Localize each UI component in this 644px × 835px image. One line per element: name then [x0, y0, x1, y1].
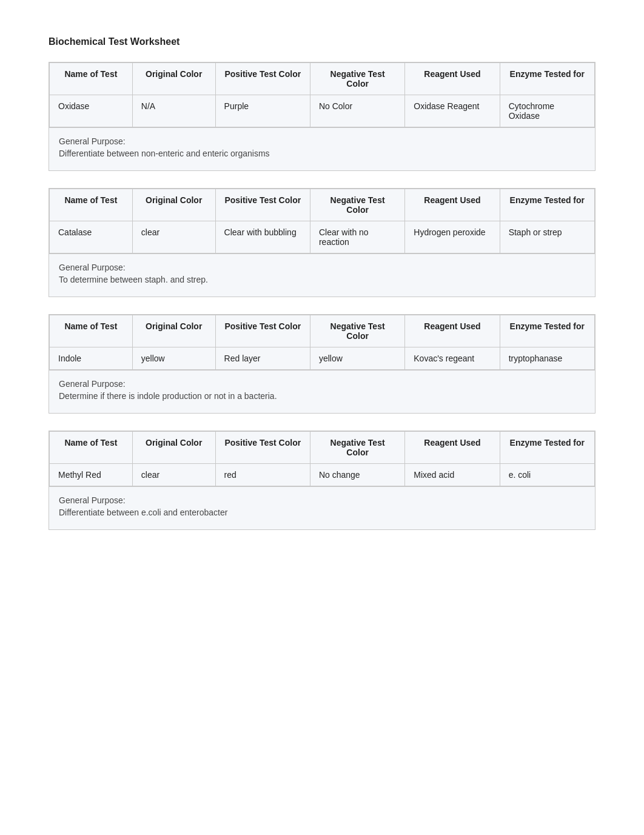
th-pos-0: Positive Test Color	[215, 63, 310, 95]
th-reag-2: Reagent Used	[405, 315, 500, 347]
general-purpose-section-1: General Purpose: To determine between st…	[49, 253, 595, 297]
td-pos-0: Purple	[215, 95, 310, 127]
th-neg-1: Negative Test Color	[310, 189, 404, 221]
td-neg-1: Clear with no reaction	[310, 221, 404, 253]
td-reag-0: Oxidase Reagent	[405, 95, 500, 127]
td-enz-3: e. coli	[500, 464, 594, 486]
test-table-0: Name of Test Original Color Positive Tes…	[49, 62, 595, 127]
th-neg-0: Negative Test Color	[310, 63, 404, 95]
td-reag-3: Mixed acid	[405, 464, 500, 486]
td-enz-2: tryptophanase	[500, 347, 594, 370]
general-purpose-section-0: General Purpose: Differentiate between n…	[49, 127, 595, 170]
th-reag-0: Reagent Used	[405, 63, 500, 95]
td-pos-2: Red layer	[215, 347, 310, 370]
td-orig-1: clear	[132, 221, 215, 253]
td-neg-2: yellow	[310, 347, 404, 370]
th-name-2: Name of Test	[50, 315, 133, 347]
th-enz-0: Enzyme Tested for	[500, 63, 594, 95]
card-oxidase: Name of Test Original Color Positive Tes…	[49, 62, 595, 171]
th-enz-1: Enzyme Tested for	[500, 189, 594, 221]
th-orig-1: Original Color	[132, 189, 215, 221]
data-row-2: Indole yellow Red layer yellow Kovac's r…	[50, 347, 595, 370]
td-reag-2: Kovac's regeant	[405, 347, 500, 370]
th-pos-3: Positive Test Color	[215, 432, 310, 464]
general-purpose-text-0: Differentiate between non-enteric and en…	[59, 149, 585, 158]
th-name-3: Name of Test	[50, 432, 133, 464]
general-purpose-label-3: General Purpose:	[59, 495, 585, 505]
card-catalase: Name of Test Original Color Positive Tes…	[49, 188, 595, 297]
test-table-3: Name of Test Original Color Positive Tes…	[49, 431, 595, 486]
th-pos-1: Positive Test Color	[215, 189, 310, 221]
page-title: Biochemical Test Worksheet	[49, 36, 595, 47]
data-row-3: Methyl Red clear red No change Mixed aci…	[50, 464, 595, 486]
test-table-2: Name of Test Original Color Positive Tes…	[49, 315, 595, 370]
card-methyl-red: Name of Test Original Color Positive Tes…	[49, 431, 595, 530]
td-neg-0: No Color	[310, 95, 404, 127]
general-purpose-section-3: General Purpose: Differentiate between e…	[49, 486, 595, 529]
th-orig-3: Original Color	[132, 432, 215, 464]
td-orig-3: clear	[132, 464, 215, 486]
general-purpose-label-2: General Purpose:	[59, 379, 585, 389]
th-orig-2: Original Color	[132, 315, 215, 347]
td-name-1: Catalase	[50, 221, 133, 253]
td-orig-0: N/A	[132, 95, 215, 127]
general-purpose-label-0: General Purpose:	[59, 136, 585, 146]
th-enz-2: Enzyme Tested for	[500, 315, 594, 347]
th-reag-1: Reagent Used	[405, 189, 500, 221]
td-orig-2: yellow	[132, 347, 215, 370]
th-enz-3: Enzyme Tested for	[500, 432, 594, 464]
th-pos-2: Positive Test Color	[215, 315, 310, 347]
td-reag-1: Hydrogen peroxide	[405, 221, 500, 253]
th-neg-3: Negative Test Color	[310, 432, 404, 464]
general-purpose-text-1: To determine between staph. and strep.	[59, 275, 585, 284]
td-name-0: Oxidase	[50, 95, 133, 127]
td-neg-3: No change	[310, 464, 404, 486]
th-name-1: Name of Test	[50, 189, 133, 221]
card-indole: Name of Test Original Color Positive Tes…	[49, 314, 595, 414]
th-reag-3: Reagent Used	[405, 432, 500, 464]
test-table-1: Name of Test Original Color Positive Tes…	[49, 189, 595, 253]
general-purpose-text-3: Differentiate between e.coli and enterob…	[59, 508, 585, 517]
data-row-1: Catalase clear Clear with bubbling Clear…	[50, 221, 595, 253]
td-name-3: Methyl Red	[50, 464, 133, 486]
th-name-0: Name of Test	[50, 63, 133, 95]
td-name-2: Indole	[50, 347, 133, 370]
general-purpose-text-2: Determine if there is indole production …	[59, 391, 585, 401]
td-enz-1: Staph or strep	[500, 221, 594, 253]
th-orig-0: Original Color	[132, 63, 215, 95]
td-pos-1: Clear with bubbling	[215, 221, 310, 253]
general-purpose-label-1: General Purpose:	[59, 263, 585, 272]
td-pos-3: red	[215, 464, 310, 486]
general-purpose-section-2: General Purpose: Determine if there is i…	[49, 370, 595, 413]
th-neg-2: Negative Test Color	[310, 315, 404, 347]
data-row-0: Oxidase N/A Purple No Color Oxidase Reag…	[50, 95, 595, 127]
td-enz-0: Cytochrome Oxidase	[500, 95, 594, 127]
